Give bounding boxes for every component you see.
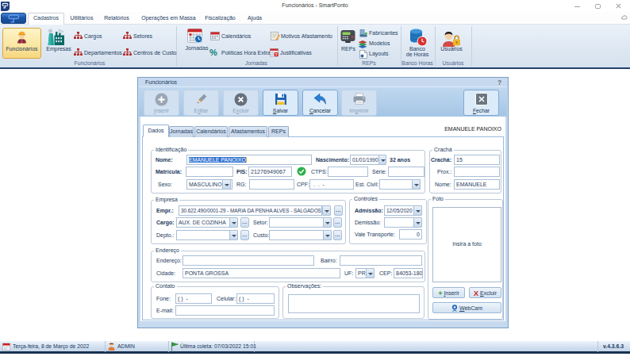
svg-text:?: ? <box>275 53 278 57</box>
